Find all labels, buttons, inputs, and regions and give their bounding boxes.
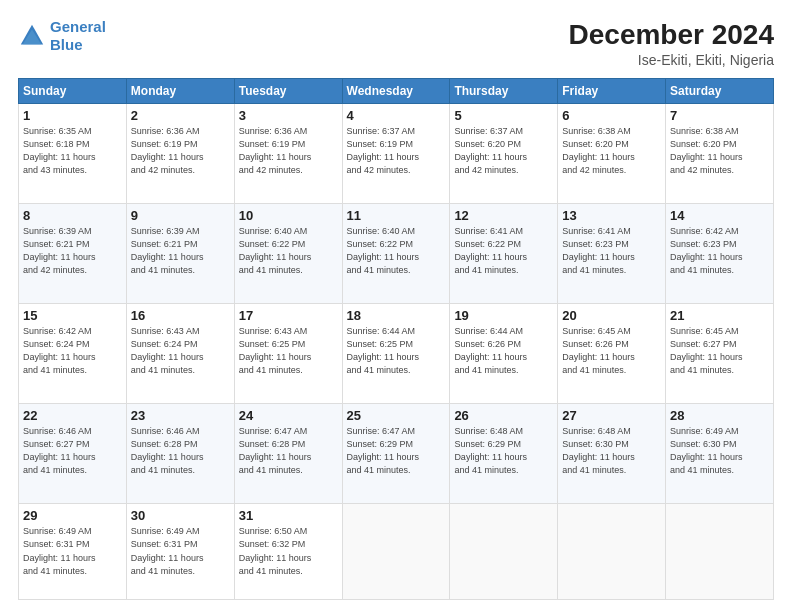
day-info: Sunrise: 6:41 AM Sunset: 6:23 PM Dayligh…: [562, 225, 661, 277]
day-info: Sunrise: 6:49 AM Sunset: 6:31 PM Dayligh…: [131, 525, 230, 577]
table-row: 3Sunrise: 6:36 AM Sunset: 6:19 PM Daylig…: [234, 103, 342, 203]
calendar-header-row: Sunday Monday Tuesday Wednesday Thursday…: [19, 78, 774, 103]
day-info: Sunrise: 6:38 AM Sunset: 6:20 PM Dayligh…: [670, 125, 769, 177]
table-row: 27Sunrise: 6:48 AM Sunset: 6:30 PM Dayli…: [558, 404, 666, 504]
table-row: [666, 504, 774, 600]
day-info: Sunrise: 6:43 AM Sunset: 6:25 PM Dayligh…: [239, 325, 338, 377]
table-row: 4Sunrise: 6:37 AM Sunset: 6:19 PM Daylig…: [342, 103, 450, 203]
day-info: Sunrise: 6:36 AM Sunset: 6:19 PM Dayligh…: [239, 125, 338, 177]
day-info: Sunrise: 6:39 AM Sunset: 6:21 PM Dayligh…: [131, 225, 230, 277]
table-row: 16Sunrise: 6:43 AM Sunset: 6:24 PM Dayli…: [126, 304, 234, 404]
day-number: 15: [23, 308, 122, 323]
day-number: 17: [239, 308, 338, 323]
day-number: 1: [23, 108, 122, 123]
day-info: Sunrise: 6:35 AM Sunset: 6:18 PM Dayligh…: [23, 125, 122, 177]
table-row: 5Sunrise: 6:37 AM Sunset: 6:20 PM Daylig…: [450, 103, 558, 203]
day-info: Sunrise: 6:39 AM Sunset: 6:21 PM Dayligh…: [23, 225, 122, 277]
day-number: 3: [239, 108, 338, 123]
day-info: Sunrise: 6:48 AM Sunset: 6:29 PM Dayligh…: [454, 425, 553, 477]
day-number: 8: [23, 208, 122, 223]
table-row: 9Sunrise: 6:39 AM Sunset: 6:21 PM Daylig…: [126, 203, 234, 303]
calendar-subtitle: Ise-Ekiti, Ekiti, Nigeria: [569, 52, 774, 68]
calendar-table: Sunday Monday Tuesday Wednesday Thursday…: [18, 78, 774, 600]
table-row: 22Sunrise: 6:46 AM Sunset: 6:27 PM Dayli…: [19, 404, 127, 504]
col-thursday: Thursday: [450, 78, 558, 103]
table-row: 10Sunrise: 6:40 AM Sunset: 6:22 PM Dayli…: [234, 203, 342, 303]
day-number: 13: [562, 208, 661, 223]
day-info: Sunrise: 6:46 AM Sunset: 6:27 PM Dayligh…: [23, 425, 122, 477]
logo-icon: [18, 22, 46, 50]
day-number: 19: [454, 308, 553, 323]
day-info: Sunrise: 6:49 AM Sunset: 6:30 PM Dayligh…: [670, 425, 769, 477]
day-number: 22: [23, 408, 122, 423]
day-info: Sunrise: 6:46 AM Sunset: 6:28 PM Dayligh…: [131, 425, 230, 477]
day-number: 24: [239, 408, 338, 423]
col-friday: Friday: [558, 78, 666, 103]
day-number: 9: [131, 208, 230, 223]
logo-text: General Blue: [50, 18, 106, 54]
header: General Blue December 2024 Ise-Ekiti, Ek…: [18, 18, 774, 68]
table-row: 12Sunrise: 6:41 AM Sunset: 6:22 PM Dayli…: [450, 203, 558, 303]
day-info: Sunrise: 6:49 AM Sunset: 6:31 PM Dayligh…: [23, 525, 122, 577]
day-number: 10: [239, 208, 338, 223]
day-info: Sunrise: 6:42 AM Sunset: 6:23 PM Dayligh…: [670, 225, 769, 277]
day-number: 31: [239, 508, 338, 523]
day-info: Sunrise: 6:45 AM Sunset: 6:26 PM Dayligh…: [562, 325, 661, 377]
day-info: Sunrise: 6:42 AM Sunset: 6:24 PM Dayligh…: [23, 325, 122, 377]
day-info: Sunrise: 6:43 AM Sunset: 6:24 PM Dayligh…: [131, 325, 230, 377]
col-sunday: Sunday: [19, 78, 127, 103]
day-info: Sunrise: 6:47 AM Sunset: 6:29 PM Dayligh…: [347, 425, 446, 477]
logo-line1: General: [50, 18, 106, 35]
table-row: [450, 504, 558, 600]
table-row: 17Sunrise: 6:43 AM Sunset: 6:25 PM Dayli…: [234, 304, 342, 404]
logo-line2: Blue: [50, 36, 83, 53]
day-info: Sunrise: 6:45 AM Sunset: 6:27 PM Dayligh…: [670, 325, 769, 377]
table-row: 30Sunrise: 6:49 AM Sunset: 6:31 PM Dayli…: [126, 504, 234, 600]
table-row: 18Sunrise: 6:44 AM Sunset: 6:25 PM Dayli…: [342, 304, 450, 404]
table-row: 25Sunrise: 6:47 AM Sunset: 6:29 PM Dayli…: [342, 404, 450, 504]
table-row: 20Sunrise: 6:45 AM Sunset: 6:26 PM Dayli…: [558, 304, 666, 404]
day-info: Sunrise: 6:41 AM Sunset: 6:22 PM Dayligh…: [454, 225, 553, 277]
day-number: 2: [131, 108, 230, 123]
day-info: Sunrise: 6:40 AM Sunset: 6:22 PM Dayligh…: [239, 225, 338, 277]
day-number: 5: [454, 108, 553, 123]
day-info: Sunrise: 6:44 AM Sunset: 6:25 PM Dayligh…: [347, 325, 446, 377]
day-number: 7: [670, 108, 769, 123]
day-info: Sunrise: 6:48 AM Sunset: 6:30 PM Dayligh…: [562, 425, 661, 477]
day-number: 4: [347, 108, 446, 123]
day-number: 23: [131, 408, 230, 423]
table-row: 11Sunrise: 6:40 AM Sunset: 6:22 PM Dayli…: [342, 203, 450, 303]
table-row: 23Sunrise: 6:46 AM Sunset: 6:28 PM Dayli…: [126, 404, 234, 504]
table-row: [558, 504, 666, 600]
table-row: 1Sunrise: 6:35 AM Sunset: 6:18 PM Daylig…: [19, 103, 127, 203]
day-info: Sunrise: 6:44 AM Sunset: 6:26 PM Dayligh…: [454, 325, 553, 377]
day-number: 25: [347, 408, 446, 423]
day-number: 29: [23, 508, 122, 523]
day-number: 18: [347, 308, 446, 323]
table-row: 13Sunrise: 6:41 AM Sunset: 6:23 PM Dayli…: [558, 203, 666, 303]
day-number: 12: [454, 208, 553, 223]
day-info: Sunrise: 6:50 AM Sunset: 6:32 PM Dayligh…: [239, 525, 338, 577]
day-info: Sunrise: 6:40 AM Sunset: 6:22 PM Dayligh…: [347, 225, 446, 277]
day-number: 11: [347, 208, 446, 223]
col-wednesday: Wednesday: [342, 78, 450, 103]
table-row: 7Sunrise: 6:38 AM Sunset: 6:20 PM Daylig…: [666, 103, 774, 203]
day-info: Sunrise: 6:47 AM Sunset: 6:28 PM Dayligh…: [239, 425, 338, 477]
day-number: 20: [562, 308, 661, 323]
table-row: [342, 504, 450, 600]
col-tuesday: Tuesday: [234, 78, 342, 103]
table-row: 15Sunrise: 6:42 AM Sunset: 6:24 PM Dayli…: [19, 304, 127, 404]
table-row: 24Sunrise: 6:47 AM Sunset: 6:28 PM Dayli…: [234, 404, 342, 504]
calendar-title: December 2024: [569, 18, 774, 52]
day-number: 16: [131, 308, 230, 323]
day-number: 6: [562, 108, 661, 123]
day-number: 28: [670, 408, 769, 423]
logo: General Blue: [18, 18, 106, 54]
table-row: 19Sunrise: 6:44 AM Sunset: 6:26 PM Dayli…: [450, 304, 558, 404]
table-row: 6Sunrise: 6:38 AM Sunset: 6:20 PM Daylig…: [558, 103, 666, 203]
day-number: 21: [670, 308, 769, 323]
table-row: 2Sunrise: 6:36 AM Sunset: 6:19 PM Daylig…: [126, 103, 234, 203]
day-info: Sunrise: 6:37 AM Sunset: 6:19 PM Dayligh…: [347, 125, 446, 177]
table-row: 26Sunrise: 6:48 AM Sunset: 6:29 PM Dayli…: [450, 404, 558, 504]
table-row: 14Sunrise: 6:42 AM Sunset: 6:23 PM Dayli…: [666, 203, 774, 303]
